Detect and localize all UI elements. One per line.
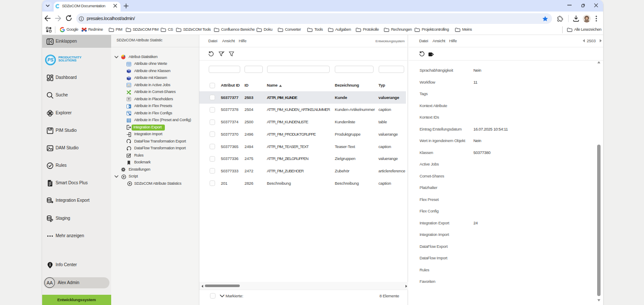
svg-text:PS: PS [47,57,53,62]
svg-text:AA: AA [46,280,53,285]
